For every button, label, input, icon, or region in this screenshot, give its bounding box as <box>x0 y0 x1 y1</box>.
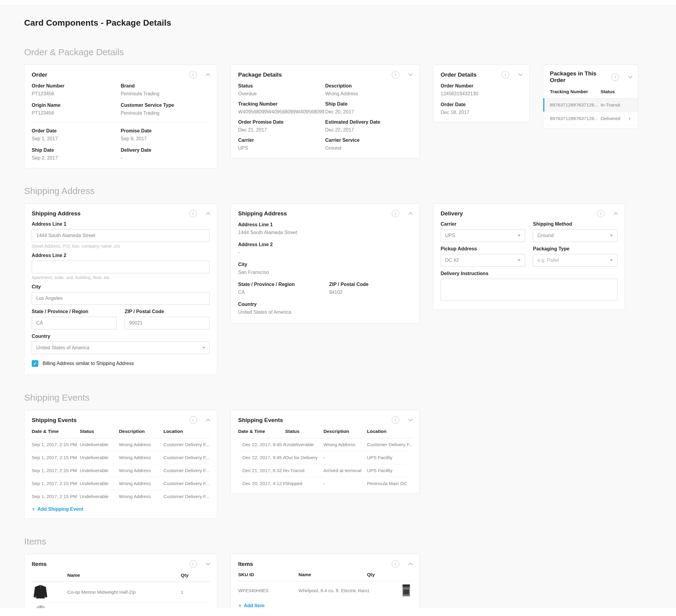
field-label: Tracking Number <box>238 101 325 107</box>
chevron-up-icon[interactable] <box>408 563 413 565</box>
field-label: Pickup Address <box>441 246 525 252</box>
field-value: Sep 2, 2017 <box>32 156 121 161</box>
column-header-status: Status <box>601 89 628 95</box>
description-cell: Wrong Address <box>119 468 164 473</box>
packaging-type-select[interactable]: e.g. Pallet <box>533 254 617 267</box>
table-row: WFE540H0ES Whirlpool, 6.4 cu. ft. Electr… <box>238 581 412 599</box>
zip-input[interactable] <box>125 317 210 329</box>
chevron-down-icon[interactable] <box>408 419 413 421</box>
info-icon[interactable]: i <box>611 73 619 81</box>
checkbox-label: Billing Address similar to Shipping Addr… <box>43 361 134 366</box>
info-icon[interactable]: i <box>189 416 197 424</box>
billing-address-checkbox[interactable]: ✓ <box>32 360 38 367</box>
shipping-events-row: Shipping Events i Date & Time Status Des… <box>24 410 652 519</box>
chevron-up-icon[interactable] <box>614 212 618 215</box>
item-name-cell: Whirlpool, 6.4 cu. ft. Electric Range wi… <box>298 588 367 593</box>
delivery-instructions-textarea[interactable] <box>441 279 617 300</box>
shipping-method-field: Shipping Method Ground <box>533 222 617 242</box>
shipping-view-body: Address Line 1 1444 South Alameda Street… <box>231 217 419 323</box>
address-line-2-input[interactable] <box>32 261 210 273</box>
info-icon[interactable]: i <box>189 210 197 217</box>
section-heading-items: Items <box>24 536 652 547</box>
field-value: Peninsula Trading <box>121 110 210 116</box>
caret-down-icon <box>610 235 613 237</box>
field-label: Address Line 1 <box>32 222 210 227</box>
chevron-right-icon[interactable]: › <box>628 116 634 121</box>
top-strip <box>0 0 676 5</box>
add-item-label: Add Item <box>244 603 264 608</box>
carrier-select-value: UPS <box>445 233 455 238</box>
info-icon[interactable]: i <box>189 71 197 78</box>
shipping-events-table: Date & Time Status Description Location … <box>231 425 419 494</box>
info-icon[interactable]: i <box>392 71 399 78</box>
items-table-header: Name Qty <box>32 568 210 582</box>
description-cell: - <box>324 455 367 460</box>
field-label: Address Line 2 <box>32 253 210 258</box>
shipping-events-table: Date & Time Status Description Location … <box>24 425 217 503</box>
field-carrier-service: Carrier Service Ground <box>325 137 412 151</box>
carrier-select[interactable]: UPS <box>441 229 525 242</box>
chevron-down-icon[interactable] <box>628 76 632 78</box>
field-label: Shipping Method <box>533 222 617 227</box>
field-label: Ship Date <box>32 147 121 153</box>
chevron-down-icon[interactable] <box>408 73 413 76</box>
info-icon[interactable]: i <box>392 560 399 568</box>
chevron-up-icon[interactable] <box>408 212 413 215</box>
column-header-date: Date & Time <box>238 429 285 434</box>
state-input[interactable] <box>32 317 117 329</box>
field-order-number: Order Number 12456319432130 <box>441 83 522 97</box>
table-row: Co-op Merino Midweight Half-Zip 1 <box>32 582 210 603</box>
status-cell: Delivered <box>601 116 628 121</box>
location-cell: Customer Delivery F... <box>367 442 412 447</box>
field-label: Country <box>238 302 412 307</box>
address-line-1-input[interactable] <box>32 229 210 242</box>
info-icon[interactable]: i <box>392 210 399 217</box>
date-cell: Sep 1, 2017, 2:15 PM <box>32 442 80 447</box>
date-cell: Sep 1, 2017, 2:15 PM <box>32 481 80 486</box>
field-value: San Fransciso <box>238 270 412 275</box>
field-value: Sep 6, 2017 <box>121 136 210 141</box>
table-row[interactable]: 89763712897637128... Delivered › <box>543 112 638 125</box>
field-value: PT123456 <box>32 110 121 116</box>
packaging-type-placeholder: e.g. Pallet <box>538 258 559 263</box>
shipping-address-view-card: Shipping Address i Address Line 1 1444 S… <box>231 203 420 324</box>
chevron-down-icon[interactable] <box>518 73 523 76</box>
field-label: Ship Date <box>325 101 412 107</box>
info-icon[interactable]: i <box>392 416 399 424</box>
shipping-method-select[interactable]: Ground <box>533 229 617 242</box>
items-header: Items i <box>24 554 217 568</box>
field-label: Order Promise Date <box>238 119 325 125</box>
city-input[interactable] <box>32 292 210 305</box>
field-brand: Brand Peninsula Trading <box>121 83 210 97</box>
pickup-address-select[interactable]: DC #2 <box>441 254 525 267</box>
chevron-up-icon[interactable] <box>206 73 210 76</box>
shipping-view-header: Shipping Address i <box>231 204 419 217</box>
date-cell: Sep 1, 2017, 2:15 PM <box>32 455 80 460</box>
table-row[interactable]: 89763712897637128... In-Transit <box>543 98 638 112</box>
date-cell: Sep 1, 2017, 2:15 PM <box>32 468 80 473</box>
column-header-description: Description <box>119 429 164 434</box>
chevron-up-icon[interactable] <box>206 212 210 215</box>
field-label: Country <box>32 334 210 339</box>
field-order-date: Order Date Dec 18, 2017 <box>441 102 522 115</box>
field-label: ZIP / Postal Code <box>329 282 412 287</box>
column-header-date: Date & Time <box>32 429 80 434</box>
status-cell: Undeliverable <box>285 442 324 447</box>
field-value: CA <box>238 290 321 295</box>
shipping-form-header: Shipping Address i <box>24 204 217 217</box>
package-details-header: Package Details i <box>231 65 419 78</box>
info-icon[interactable]: i <box>189 560 197 568</box>
location-cell: UPS Facility <box>367 468 412 473</box>
tracking-number-cell: 89763712897637128... <box>550 102 601 108</box>
info-icon[interactable]: i <box>502 71 509 78</box>
chevron-down-icon[interactable] <box>206 563 210 565</box>
add-shipping-event-button[interactable]: + Add Shipping Event <box>24 503 91 518</box>
item-qty-cell: 1 <box>367 588 393 593</box>
info-icon[interactable]: i <box>597 210 605 217</box>
column-header-location: Location <box>367 429 412 434</box>
field-value: Sep 1, 2017 <box>32 136 121 141</box>
card-title: Order <box>32 71 189 78</box>
country-select[interactable]: United States of America <box>32 342 210 354</box>
date-cell: Sep 1, 2017, 2:15 PM <box>32 494 80 499</box>
chevron-up-icon[interactable] <box>206 419 210 421</box>
